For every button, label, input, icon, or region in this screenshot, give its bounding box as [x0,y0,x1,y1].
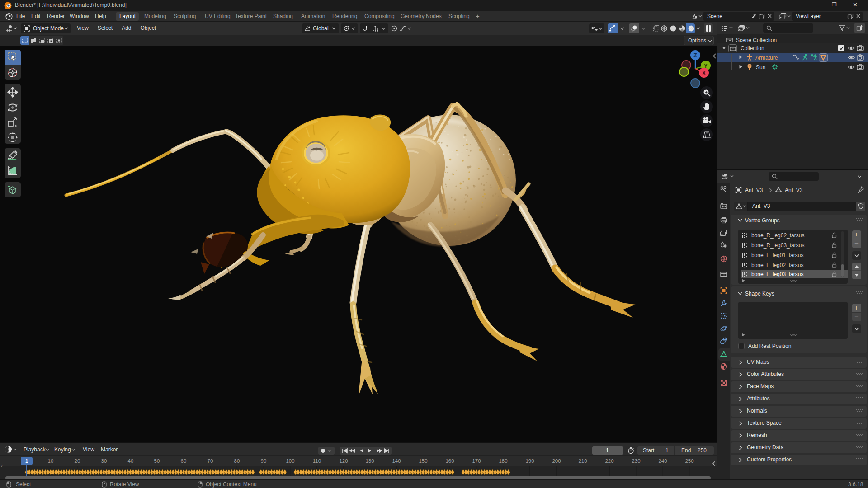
svg-text:X: X [702,70,706,76]
svg-text:Z: Z [693,52,697,59]
